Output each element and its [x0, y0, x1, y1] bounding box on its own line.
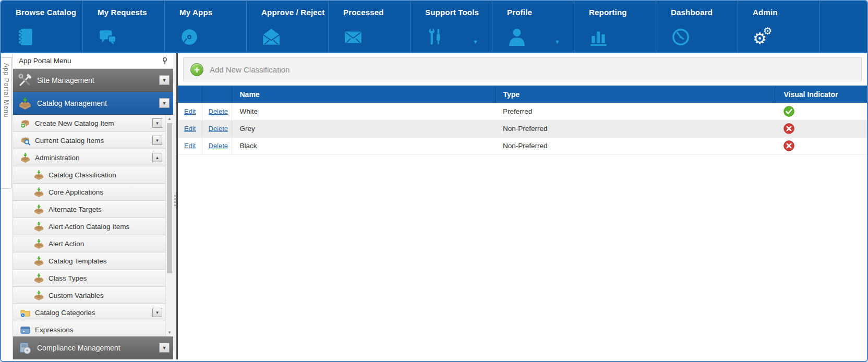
site-management-tools-icon: [18, 74, 32, 87]
chevron-down-icon[interactable]: ▼: [152, 136, 162, 145]
preferred-check-icon: [783, 106, 867, 117]
edit-column-header: [178, 86, 202, 103]
sidebar-item-current-catalog-items[interactable]: Current Catalog Items ▼: [13, 132, 165, 149]
nav-tab-profile[interactable]: Profile ▼: [492, 1, 574, 52]
classification-type: Preferred: [495, 103, 776, 120]
sidebar-item-administration[interactable]: Administration ▲: [13, 149, 165, 166]
sidebar-scrollbar[interactable]: ▲ ▼: [165, 115, 173, 336]
sidebar-title: App Portal Menu: [19, 57, 71, 65]
nav-tab-my-requests[interactable]: My Requests: [83, 1, 165, 52]
sidebar-item-class-types[interactable]: Class Types: [13, 270, 165, 287]
add-plus-icon[interactable]: +: [190, 63, 203, 76]
non-preferred-x-icon: [783, 140, 867, 151]
catalog-box-icon: [18, 96, 32, 110]
gauge-icon: [671, 27, 691, 47]
sidebar-title-bar: App Portal Menu: [13, 53, 173, 69]
folder-gear-icon: [20, 307, 31, 318]
classification-name: Grey: [232, 120, 495, 137]
name-column-header: Name: [232, 86, 495, 103]
scrollbar-thumb[interactable]: [167, 123, 172, 273]
sidebar-item-alert-action-catalog-items[interactable]: Alert Action Catalog Items: [13, 218, 165, 235]
workspace: App Portal Menu App Portal Menu Site Man…: [1, 53, 867, 359]
add-new-classification-button[interactable]: Add New Classification: [210, 65, 290, 74]
app-portal-window: Browse Catalog My Requests My Apps: [0, 0, 868, 362]
bar-chart-icon: [589, 27, 609, 47]
chevron-down-icon[interactable]: ▼: [152, 118, 162, 128]
sidebar-item-alert-action[interactable]: Alert Action: [13, 235, 165, 252]
delete-link[interactable]: Delete: [209, 107, 228, 115]
non-preferred-x-icon: [783, 123, 867, 134]
edit-link[interactable]: Edit: [184, 107, 196, 115]
scroll-down-arrow[interactable]: ▼: [166, 330, 173, 335]
box-icon: [33, 187, 44, 198]
sidebar-section-catalog-management[interactable]: Catalog Management ▼: [13, 92, 173, 115]
delete-column-header: [202, 86, 232, 103]
nav-tab-browse-catalog[interactable]: Browse Catalog: [1, 1, 83, 52]
delete-link[interactable]: Delete: [209, 142, 228, 150]
collapsed-panel-strip: App Portal Menu: [1, 53, 13, 359]
sidebar-section-compliance-management[interactable]: Compliance Management ▼: [13, 336, 173, 359]
classification-name: Black: [232, 137, 495, 154]
classification-name: White: [232, 103, 495, 120]
box-icon: [33, 221, 44, 232]
sidebar-item-create-new-catalog-item[interactable]: Create New Catalog Item ▼: [13, 115, 165, 132]
box-search-icon: [20, 135, 31, 146]
box-icon: [33, 256, 44, 267]
box-icon: [33, 170, 44, 180]
sidebar-submenu: Create New Catalog Item ▼ Current Catalo…: [13, 115, 173, 336]
sidebar-item-catalog-categories[interactable]: Catalog Categories ▼: [13, 304, 165, 321]
box-icon: [33, 238, 44, 249]
window-icon: [20, 324, 31, 335]
visual-indicator-column-header: Visual Indicator: [776, 86, 867, 103]
splitter-grip[interactable]: [174, 195, 176, 197]
envelope-icon: [343, 27, 363, 47]
classification-type: Non-Preferred: [495, 137, 776, 154]
edit-link[interactable]: Edit: [184, 142, 196, 150]
scroll-up-arrow[interactable]: ▲: [166, 116, 173, 121]
chevron-down-icon[interactable]: ▼: [554, 39, 560, 45]
gears-icon: ⚙⚙: [753, 27, 773, 47]
chevron-down-icon[interactable]: ▼: [152, 308, 162, 317]
main-content: + Add New Classification Name Type Visua…: [178, 53, 867, 359]
app-portal-menu-vertical-tab[interactable]: App Portal Menu: [1, 57, 12, 189]
sidebar-item-catalog-templates[interactable]: Catalog Templates: [13, 252, 165, 270]
chevron-down-icon[interactable]: ▼: [159, 75, 170, 85]
box-plus-icon: [20, 118, 31, 129]
table-row: Edit Delete Black Non-Preferred: [178, 137, 867, 154]
tools-icon: [425, 27, 445, 47]
chevron-up-icon[interactable]: ▲: [152, 153, 162, 162]
book-icon: [16, 27, 35, 47]
type-column-header: Type: [495, 86, 776, 103]
sidebar-item-expressions[interactable]: Expressions: [13, 321, 165, 336]
edit-link[interactable]: Edit: [184, 125, 196, 132]
top-navigation-bar: Browse Catalog My Requests My Apps: [1, 1, 867, 53]
open-envelope-icon: [261, 27, 281, 47]
nav-tab-approve-reject[interactable]: Approve / Reject: [247, 1, 329, 52]
table-row: Edit Delete Grey Non-Preferred: [178, 120, 867, 137]
nav-tab-processed[interactable]: Processed: [329, 1, 411, 52]
classification-type: Non-Preferred: [495, 120, 776, 137]
chevron-down-icon[interactable]: ▼: [159, 343, 170, 353]
sidebar-item-core-applications[interactable]: Core Applications: [13, 184, 165, 201]
disc-icon: [179, 27, 199, 47]
chevron-down-icon[interactable]: ▼: [473, 39, 478, 45]
app-portal-menu-panel: App Portal Menu Site Management ▼ Catalo…: [13, 53, 173, 359]
sidebar-section-site-management[interactable]: Site Management ▼: [13, 69, 173, 92]
chevron-down-icon[interactable]: ▼: [159, 98, 170, 108]
box-icon: [33, 204, 44, 215]
chat-bubbles-icon: [98, 27, 117, 47]
sidebar-item-custom-variables[interactable]: Custom Variables: [13, 287, 165, 304]
nav-tab-my-apps[interactable]: My Apps: [165, 1, 247, 52]
pin-icon[interactable]: [161, 57, 168, 65]
nav-tab-support-tools[interactable]: Support Tools ▼: [411, 1, 492, 52]
panel-splitter[interactable]: [173, 53, 178, 359]
nav-tab-admin[interactable]: Admin ⚙⚙: [738, 1, 820, 52]
nav-tab-reporting[interactable]: Reporting: [574, 1, 656, 52]
compliance-software-box-icon: [18, 341, 32, 355]
sidebar-item-alternate-targets[interactable]: Alternate Targets: [13, 201, 165, 218]
box-icon: [33, 273, 44, 284]
classification-table: Name Type Visual Indicator Edit Delete W…: [178, 86, 867, 155]
sidebar-item-catalog-classification[interactable]: Catalog Classification: [13, 166, 165, 184]
delete-link[interactable]: Delete: [209, 125, 228, 132]
nav-tab-dashboard[interactable]: Dashboard: [656, 1, 738, 52]
